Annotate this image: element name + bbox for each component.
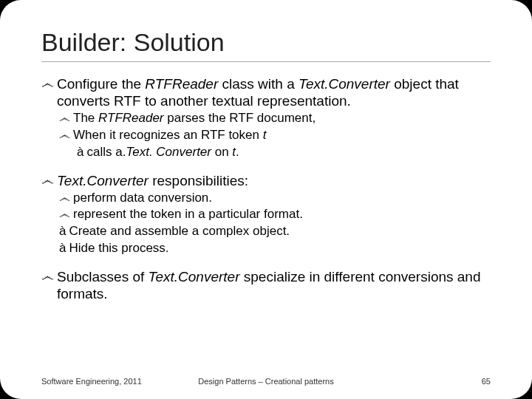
bullet-text: calls a.Text. Converter on t. (86, 145, 491, 160)
bullet-2a: ෴ perform data conversion. (59, 191, 491, 206)
slide-title: Builder: Solution (41, 28, 491, 62)
bullet-text: Create and assemble a complex object. (69, 224, 491, 239)
bullet-icon: ෴ (41, 268, 54, 302)
arrow-icon: à (77, 145, 83, 160)
text-run-italic: Text.Converter (299, 76, 390, 92)
bullet-3: ෴ Subclasses of Text.Converter specializ… (41, 268, 491, 302)
text-run: parses the RTF document, (164, 111, 316, 125)
text-run: Subclasses of (57, 269, 149, 284)
text-run-italic: RTFReader (98, 111, 164, 125)
bullet-text: Text.Converter responsibilities: (57, 172, 491, 189)
bullet-icon: ෴ (41, 75, 54, 109)
bullet-2b: ෴ represent the token in a particular fo… (59, 207, 491, 222)
footer: Software Engineering, 2011 Design Patter… (41, 377, 491, 386)
bullet-text: When it recognizes an RTF token t (73, 128, 491, 143)
text-run: . (236, 145, 239, 159)
arrow-icon: à (59, 241, 66, 256)
bullet-text: represent the token in a particular form… (73, 207, 491, 222)
text-run: The (73, 111, 98, 125)
bullet-icon: ෴ (59, 207, 70, 222)
bullet-text: Subclasses of Text.Converter specialize … (57, 268, 491, 302)
text-run-italic: Text. Converter (126, 145, 211, 159)
text-run: on (211, 145, 232, 159)
bullet-text: The RTFReader parses the RTF document, (73, 111, 491, 126)
text-run: class with a (218, 76, 299, 92)
bullet-icon: ෴ (59, 191, 70, 206)
bullet-1c: à calls a.Text. Converter on t. (77, 145, 491, 160)
text-run-italic: Text.Converter (57, 173, 149, 188)
bullet-2d: à Hide this process. (59, 241, 491, 256)
arrow-icon: à (59, 224, 66, 239)
bullet-icon: ෴ (59, 128, 70, 143)
bullet-1b: ෴ When it recognizes an RTF token t (59, 128, 491, 143)
spacer (41, 258, 491, 268)
bullet-icon: ෴ (59, 111, 70, 126)
slide: Builder: Solution ෴ Configure the RTFRea… (0, 0, 532, 399)
text-run-italic: RTFReader (145, 76, 218, 92)
bullet-text: Hide this process. (69, 241, 491, 256)
text-run: Configure the (57, 76, 145, 92)
text-run: responsibilities: (149, 173, 248, 188)
slide-body: ෴ Configure the RTFReader class with a T… (41, 75, 491, 302)
text-run: calls a. (86, 145, 126, 159)
spacer (41, 162, 491, 172)
bullet-1: ෴ Configure the RTFReader class with a T… (41, 75, 491, 109)
bullet-1a: ෴ The RTFReader parses the RTF document, (59, 111, 491, 126)
bullet-2c: à Create and assemble a complex object. (59, 224, 491, 239)
bullet-text: perform data conversion. (73, 191, 491, 206)
text-run-italic: t (263, 128, 267, 142)
bullet-2: ෴ Text.Converter responsibilities: (41, 172, 491, 189)
bullet-text: Configure the RTFReader class with a Tex… (57, 75, 491, 109)
footer-center: Design Patterns – Creational patterns (41, 377, 491, 386)
text-run: When it recognizes an RTF token (73, 128, 263, 142)
text-run-italic: Text.Converter (149, 269, 240, 284)
bullet-icon: ෴ (41, 172, 54, 189)
